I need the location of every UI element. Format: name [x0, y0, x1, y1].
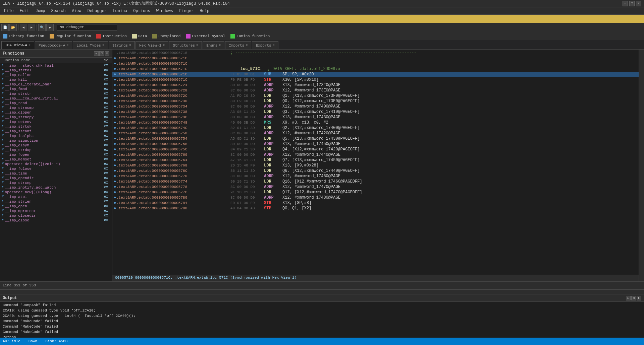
function-list-item[interactable]: f__imp___cxa_pure_virtualex: [0, 96, 112, 101]
function-list-item[interactable]: f__imp_killex: [0, 77, 112, 82]
function-list-item[interactable]: f__imp_strstrex: [0, 91, 112, 96]
disasm-row[interactable]: ●.text&ARM.extab:000000000000571Cloc_571…: [112, 66, 639, 72]
disasm-row[interactable]: ●.text&ARM.extab:00000000000057348C 00 0…: [112, 104, 639, 109]
disasm-row[interactable]: ●.text&ARM.extab:00000000000057808C 00 0…: [112, 195, 639, 200]
tab-local-types[interactable]: Local Types ×: [73, 41, 108, 49]
disasm-row[interactable]: ●.text&ARM.extab:000000000000571CFF 83 0…: [112, 72, 639, 77]
disasm-row[interactable]: ●.text&ARM.extab:00000000000057288C 00 0…: [112, 88, 639, 93]
tab-close-icon[interactable]: ×: [246, 44, 248, 47]
tab-close-icon[interactable]: ×: [273, 44, 275, 47]
disasm-row[interactable]: ●.text&ARM.extab:000000000000574849 00 3…: [112, 120, 639, 125]
function-list-item[interactable]: foperator delete[](void *)ex: [0, 162, 112, 166]
menu-item-file[interactable]: File: [1, 8, 16, 14]
function-list-item[interactable]: f__imp_sscanfex: [0, 129, 112, 134]
disasm-row[interactable]: ●.text&ARM.extab:000000000000574C82 01 C…: [112, 125, 639, 131]
disasm-row[interactable]: ●.text&ARM.extab:000000000000575C84 09 C…: [112, 147, 639, 152]
disasm-row[interactable]: ●.text&ARM.extab:000000000000576C86 11 C…: [112, 168, 639, 174]
menu-item-help[interactable]: Help: [197, 8, 212, 14]
menu-item-view[interactable]: View: [69, 8, 84, 14]
function-list-item[interactable]: f__imp_memsetex: [0, 157, 112, 162]
tab-exports[interactable]: Exports ×: [252, 41, 278, 49]
function-list-item[interactable]: f__imp_fmodex: [0, 87, 112, 91]
function-list-item[interactable]: f__imp_dlopenex: [0, 110, 112, 115]
disasm-row[interactable]: ●.text&ARM.extab:00000000000057788C 00 0…: [112, 184, 639, 190]
disasm-row[interactable]: ●.text&ARM.extab:000000000000571C: [112, 61, 639, 66]
function-list-item[interactable]: f__imp_setenvex: [0, 120, 112, 124]
toolbar-back[interactable]: ◀: [20, 24, 27, 31]
right-scrollbar[interactable]: [639, 50, 644, 281]
output-panel-fwd[interactable]: ▶: [637, 296, 641, 300]
disasm-row[interactable]: ●.text&ARM.extab:000000000000573080 F9 C…: [112, 98, 639, 104]
output-panel-back[interactable]: ◀: [631, 296, 636, 300]
function-list-item[interactable]: foperator new[](ulong)ex: [0, 190, 112, 195]
menu-item-lumina[interactable]: Lumina: [110, 8, 130, 14]
function-list-item[interactable]: f__imp_dlsymex: [0, 143, 112, 148]
function-list-item[interactable]: f__imp_opendirex: [0, 176, 112, 181]
function-list-item[interactable]: f__imp_dl_iterate_phdrex: [0, 82, 112, 87]
disasm-row[interactable]: .text&ARM.extab:0000000000005718; ------…: [112, 50, 639, 56]
disasm-row[interactable]: ●.text&ARM.extab:00000000000057708C 00 0…: [112, 174, 639, 179]
function-list-item[interactable]: f__imp_fcloseex: [0, 166, 112, 171]
function-list-item[interactable]: f__imp_fopenex: [0, 152, 112, 157]
tab-strings[interactable]: Strings ×: [109, 41, 135, 49]
toolbar-run[interactable]: ▶: [46, 24, 54, 31]
disasm-row[interactable]: ●.text&ARM.extab:00000000000057608C 00 0…: [112, 152, 639, 157]
menu-item-options[interactable]: Options: [130, 8, 153, 14]
disasm-row[interactable]: ●.text&ARM.extab:00000000000057508C 00 0…: [112, 131, 639, 136]
menu-item-jump[interactable]: Jump: [33, 8, 48, 14]
disasm-row[interactable]: ●.text&ARM.extab:0000000000005764A7 15 C…: [112, 157, 639, 163]
disasm-row[interactable]: ●.text&ARM.extab:000000000000578840 04 0…: [112, 206, 639, 211]
tab-hex-view-1[interactable]: Hex View-1 ×: [136, 41, 168, 49]
function-list-item[interactable]: f__imp_atoiex: [0, 195, 112, 199]
function-list-item[interactable]: f__imp_isalphaex: [0, 134, 112, 138]
function-list-item[interactable]: f__imp_closedirex: [0, 213, 112, 218]
function-list-item[interactable]: f__imp_openex: [0, 204, 112, 209]
maximize-button[interactable]: □: [629, 1, 635, 6]
function-list-item[interactable]: f__imp_strtokex: [0, 124, 112, 129]
tab-close-icon[interactable]: ×: [163, 44, 165, 47]
function-list-item[interactable]: f__imp_strncpyex: [0, 115, 112, 120]
disasm-row[interactable]: ●.text&ARM.extab:0000000000005784ED 07 0…: [112, 200, 639, 206]
disasm-content[interactable]: .text&ARM.extab:0000000000005718; ------…: [112, 50, 639, 275]
tab-close-icon[interactable]: ×: [29, 44, 31, 47]
disasm-row[interactable]: ●.text&ARM.extab:000000000000571C: [112, 56, 639, 61]
disasm-row[interactable]: ●.text&ARM.extab:00000000000057588D 00 0…: [112, 141, 639, 147]
disasm-row[interactable]: ●.text&ARM.extab:000000000000572CA1 FD C…: [112, 93, 639, 98]
tab-close-icon[interactable]: ×: [219, 44, 221, 47]
tab-close-icon[interactable]: ×: [129, 44, 131, 47]
disasm-row[interactable]: ●.text&ARM.extab:00000000000057682D 15 4…: [112, 163, 639, 168]
minimize-button[interactable]: ─: [623, 1, 628, 6]
close-button[interactable]: ×: [636, 1, 641, 6]
disasm-row[interactable]: ●.text&ARM.extab:0000000000005738A3 05 C…: [112, 109, 639, 115]
disasm-row[interactable]: ●.text&ARM.extab:0000000000005754A5 0D C…: [112, 136, 639, 141]
toolbar-open[interactable]: 📂: [9, 24, 17, 31]
tab-close-icon[interactable]: ×: [66, 44, 68, 47]
function-list-item[interactable]: f__imp_callocex: [0, 73, 112, 77]
func-panel-pin[interactable]: −: [94, 51, 99, 56]
function-list-item[interactable]: f__imp_strcmpex: [0, 181, 112, 185]
tab-enums[interactable]: Enums ×: [203, 41, 224, 49]
menu-item-debugger[interactable]: Debugger: [85, 8, 109, 14]
menu-item-edit[interactable]: Edit: [17, 8, 32, 14]
toolbar-forward[interactable]: ▶: [28, 24, 35, 31]
tab-structures[interactable]: Structures ×: [169, 41, 202, 49]
function-list-item[interactable]: f__imp_mprotectex: [0, 209, 112, 213]
tab-ida-view-a[interactable]: IDA View-A ×: [1, 41, 34, 49]
toolbar-search[interactable]: 🔍: [38, 24, 46, 31]
menu-item-windows[interactable]: Windows: [154, 8, 176, 14]
function-list-item[interactable]: f__imp_readex: [0, 101, 112, 106]
output-panel-float[interactable]: □: [626, 296, 631, 300]
disasm-row[interactable]: ●.text&ARM.extab:000000000000577C91 1D C…: [112, 190, 639, 195]
disasm-row[interactable]: ●.text&ARM.extab:00000000000057248D 00 0…: [112, 82, 639, 88]
debugger-selector[interactable]: No debugger: [57, 24, 117, 31]
disasm-row[interactable]: ●.text&ARM.extab:000000000000571CF0 FE 0…: [112, 77, 639, 82]
tab-close-icon[interactable]: ×: [102, 44, 104, 47]
tab-close-icon[interactable]: ×: [196, 44, 198, 47]
horizontal-scrollbar[interactable]: [0, 289, 644, 294]
disasm-row[interactable]: ●.text&ARM.extab:000000000000577490 19 C…: [112, 179, 639, 184]
disasm-row[interactable]: ●.text&ARM.extab:000000000000573C8D 00 0…: [112, 115, 639, 120]
tab-imports[interactable]: Imports ×: [225, 41, 251, 49]
menu-item-search[interactable]: Search: [48, 8, 68, 14]
function-list-item[interactable]: f__imp_timeex: [0, 171, 112, 176]
function-list-item[interactable]: f__imp_strlenex: [0, 199, 112, 204]
